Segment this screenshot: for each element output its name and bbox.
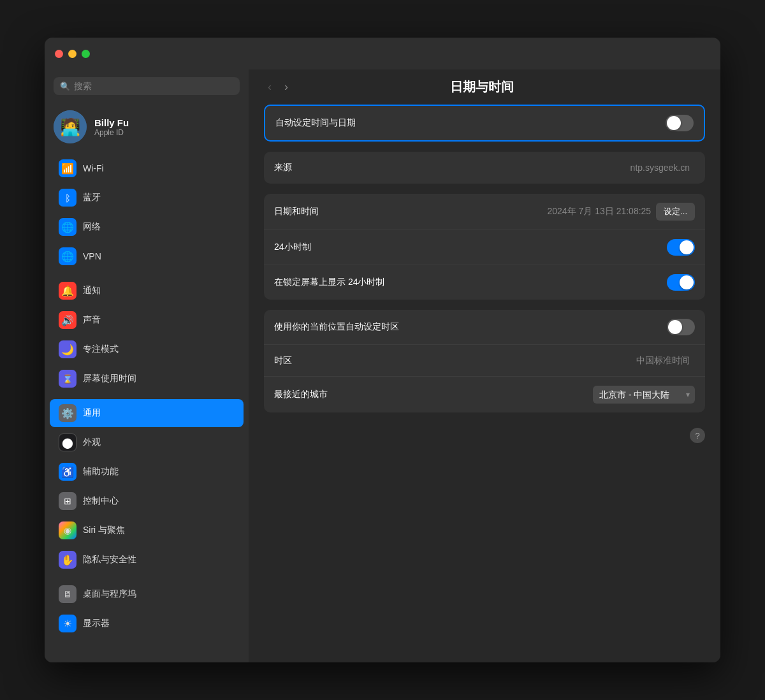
sidebar-item-desktop[interactable]: 🖥 桌面与程序坞 [50,580,244,608]
sidebar-item-wifi[interactable]: 📶 Wi-Fi [50,154,244,182]
appearance-icon: ⬤ [59,434,76,451]
sidebar-item-general[interactable]: ⚙️ 通用 [50,399,244,427]
help-button[interactable]: ? [690,428,705,443]
auto-timezone-toggle[interactable] [667,319,695,335]
24hour-toggle[interactable] [667,239,695,256]
city-select-wrapper[interactable]: 北京市 - 中国大陆 上海市 - 中国大陆 广州市 - 中国大陆 ▾ [593,386,695,404]
sidebar-label-appearance: 外观 [83,437,101,448]
avatar-image: 🧑‍💻 [54,110,87,143]
city-select[interactable]: 北京市 - 中国大陆 上海市 - 中国大陆 广州市 - 中国大陆 [593,386,695,404]
vpn-icon: 🌐 [59,247,76,265]
sidebar-label-vpn: VPN [83,251,101,261]
sidebar-label-general: 通用 [83,407,101,419]
auto-timezone-row: 使用你的当前位置自动设定时区 [264,310,705,345]
lock-24hour-row: 在锁定屏幕上显示 24小时制 [264,265,705,300]
user-subtitle: Apple ID [94,128,129,137]
set-datetime-button[interactable]: 设定... [656,203,695,221]
desktop-icon: 🖥 [59,585,76,603]
24hour-label: 24小时制 [274,242,667,253]
sidebar-item-privacy[interactable]: ✋ 隐私与安全性 [50,546,244,574]
lock-24hour-toggle[interactable] [667,274,695,291]
main-panel: ‹ › 日期与时间 自动设定时间与日期 来源 ntp.sysgeek.cn [249,69,720,662]
timezone-label: 时区 [274,355,636,367]
titlebar [45,38,720,69]
auto-set-toggle[interactable] [666,115,694,131]
sidebar-label-sound: 声音 [83,314,101,326]
auto-set-label: 自动设定时间与日期 [275,117,666,129]
24hour-row: 24小时制 [264,230,705,265]
auto-time-group: 自动设定时间与日期 [264,105,705,142]
sidebar-item-siri[interactable]: ◉ Siri 与聚焦 [50,516,244,544]
sidebar-label-focus: 专注模式 [83,344,119,355]
controlcenter-icon: ⊞ [59,492,76,510]
main-header: ‹ › 日期与时间 [249,69,720,105]
sidebar-label-network: 网络 [83,221,101,233]
main-content: 自动设定时间与日期 来源 ntp.sysgeek.cn 日期和时间 2024年 [249,105,720,662]
nearest-city-row: 最接近的城市 北京市 - 中国大陆 上海市 - 中国大陆 广州市 - 中国大陆 … [264,377,705,412]
focus-icon: 🌙 [59,340,76,358]
network-icon: 🌐 [59,218,76,236]
content-area: 🔍 🧑‍💻 Billy Fu Apple ID 📶 Wi-Fi ᛒ [45,69,720,662]
privacy-icon: ✋ [59,551,76,569]
display-icon: ☀ [59,615,76,632]
sidebar-label-notification: 通知 [83,285,101,296]
sidebar-label-siri: Siri 与聚焦 [83,525,125,536]
sidebar-label-privacy: 隐私与安全性 [83,554,136,565]
sidebar-item-accessibility[interactable]: ♿ 辅助功能 [50,458,244,486]
sidebar-item-focus[interactable]: 🌙 专注模式 [50,335,244,363]
datetime-value: 2024年 7月 13日 21:08:25 [547,206,651,217]
timezone-row: 时区 中国标准时间 [264,345,705,377]
main-window: 🔍 🧑‍💻 Billy Fu Apple ID 📶 Wi-Fi ᛒ [45,38,720,662]
source-group: 来源 ntp.sysgeek.cn [264,152,705,184]
sidebar-label-screentime: 屏幕使用时间 [83,373,136,384]
source-row: 来源 ntp.sysgeek.cn [264,152,705,184]
sidebar-label-display: 显示器 [83,618,110,629]
close-button[interactable] [55,50,63,58]
source-label: 来源 [274,162,630,173]
sidebar-label-accessibility: 辅助功能 [83,466,119,478]
user-profile[interactable]: 🧑‍💻 Billy Fu Apple ID [45,103,249,154]
sidebar-item-network[interactable]: 🌐 网络 [50,213,244,241]
minimize-button[interactable] [68,50,76,58]
datetime-group: 日期和时间 2024年 7月 13日 21:08:25 设定... 24小时制 … [264,194,705,300]
sidebar-item-vpn[interactable]: 🌐 VPN [50,242,244,270]
datetime-row: 日期和时间 2024年 7月 13日 21:08:25 设定... [264,194,705,230]
traffic-lights [55,50,90,58]
sidebar-item-bluetooth[interactable]: ᛒ 蓝牙 [50,184,244,212]
forward-button[interactable]: › [280,79,292,95]
siri-icon: ◉ [59,521,76,539]
timezone-group: 使用你的当前位置自动设定时区 时区 中国标准时间 最接近的城市 北京市 - 中国… [264,310,705,412]
sidebar-label-bluetooth: 蓝牙 [83,192,101,203]
wifi-icon: 📶 [59,159,76,177]
datetime-label: 日期和时间 [274,206,547,217]
sound-icon: 🔊 [59,311,76,329]
accessibility-icon: ♿ [59,463,76,481]
timezone-value: 中国标准时间 [636,355,690,367]
auto-set-row: 自动设定时间与日期 [265,106,704,140]
search-input[interactable] [74,81,233,91]
back-button[interactable]: ‹ [264,79,275,95]
sidebar-item-sound[interactable]: 🔊 声音 [50,306,244,334]
lock-24hour-label: 在锁定屏幕上显示 24小时制 [274,277,667,288]
sidebar-item-appearance[interactable]: ⬤ 外观 [50,428,244,456]
maximize-button[interactable] [82,50,90,58]
user-info: Billy Fu Apple ID [94,117,129,137]
source-value: ntp.sysgeek.cn [630,163,690,173]
sidebar-item-display[interactable]: ☀ 显示器 [50,609,244,638]
sidebar-item-screentime[interactable]: ⌛ 屏幕使用时间 [50,365,244,393]
sidebar-label-controlcenter: 控制中心 [83,495,119,507]
nearest-city-label: 最接近的城市 [274,389,593,400]
sidebar-label-desktop: 桌面与程序坞 [83,588,136,600]
bluetooth-icon: ᛒ [59,189,76,207]
page-title: 日期与时间 [297,78,667,96]
auto-timezone-label: 使用你的当前位置自动设定时区 [274,321,667,333]
general-icon: ⚙️ [59,404,76,422]
help-area: ? [264,423,705,443]
avatar: 🧑‍💻 [54,110,87,143]
sidebar-label-wifi: Wi-Fi [83,163,104,173]
search-box[interactable]: 🔍 [54,77,240,95]
screentime-icon: ⌛ [59,370,76,388]
user-name: Billy Fu [94,117,129,128]
sidebar-item-controlcenter[interactable]: ⊞ 控制中心 [50,487,244,515]
sidebar-item-notification[interactable]: 🔔 通知 [50,277,244,305]
